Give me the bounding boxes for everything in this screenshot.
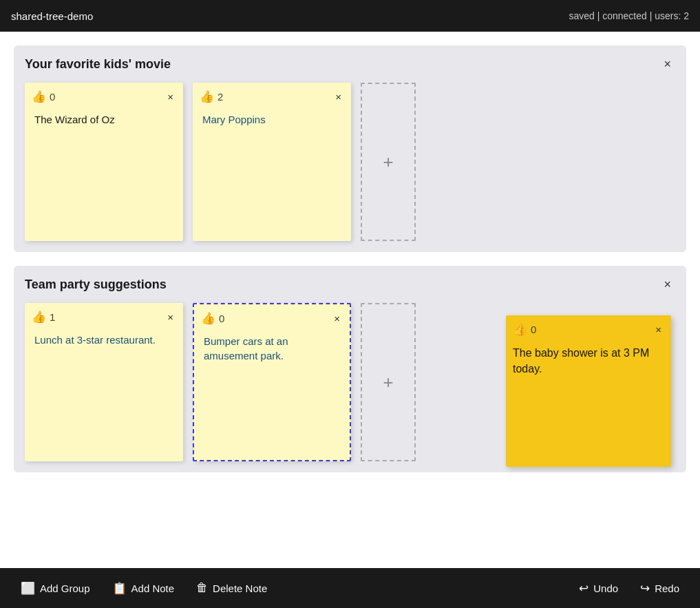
add-group-button[interactable]: ⬜ Add Group xyxy=(17,578,94,598)
add-note-button[interactable]: 📋 Add Note xyxy=(108,578,179,598)
toolbar: ⬜ Add Group 📋 Add Note 🗑 Delete Note ↩ U… xyxy=(0,568,700,608)
add-note-label: Add Note xyxy=(131,583,175,594)
note-mary-poppins[interactable]: 👍 2 × Mary Poppins xyxy=(193,83,351,241)
undo-label: Undo xyxy=(593,583,618,594)
note-lunch[interactable]: 👍 1 × Lunch at 3-star restaurant. xyxy=(25,303,183,461)
delete-note-icon: 🗑 xyxy=(196,581,208,595)
floating-note[interactable]: 👍 0 × The baby shower is at 3 PM today. xyxy=(506,315,671,467)
toolbar-left: ⬜ Add Group 📋 Add Note 🗑 Delete Note xyxy=(17,578,571,598)
group1-title: Your favorite kids' movie xyxy=(25,57,171,72)
note2-header: 👍 2 × xyxy=(200,90,344,104)
thumbs-up-icon: 👍 xyxy=(200,90,214,104)
note1-vote: 👍 0 xyxy=(32,90,55,104)
group-kids-movie: Your favorite kids' movie × 👍 0 × The Wi… xyxy=(14,45,686,252)
add-group-icon: ⬜ xyxy=(21,581,35,596)
group1-close-button[interactable]: × xyxy=(659,56,675,72)
connection-status: saved | connected | users: 2 xyxy=(569,10,689,21)
note4-header: 👍 0 × xyxy=(201,311,343,326)
note3-vote: 👍 1 xyxy=(32,310,55,324)
group2-header: Team party suggestions × xyxy=(25,277,675,292)
floating-note-vote: 👍 0 xyxy=(513,322,536,337)
undo-icon: ↩ xyxy=(579,581,588,596)
group2-title: Team party suggestions xyxy=(25,277,167,292)
note4-vote: 👍 0 xyxy=(201,311,224,326)
note3-vote-count: 1 xyxy=(50,311,55,323)
note-wizard-of-oz[interactable]: 👍 0 × The Wizard of Oz xyxy=(25,83,183,241)
floating-note-text: The baby shower is at 3 PM today. xyxy=(513,345,664,377)
add-card-plus-icon: + xyxy=(383,151,393,173)
group2-add-card[interactable]: + xyxy=(361,303,416,461)
add-group-label: Add Group xyxy=(40,583,90,594)
note1-text: The Wizard of Oz xyxy=(32,111,176,128)
note1-close-button[interactable]: × xyxy=(165,90,176,103)
note4-vote-count: 0 xyxy=(219,313,224,324)
floating-note-close-button[interactable]: × xyxy=(653,323,664,336)
note-bumper-cars[interactable]: 👍 0 × Bumper cars at an amusement park. xyxy=(193,303,351,461)
header: shared-tree-demo saved | connected | use… xyxy=(0,0,700,32)
note2-text: Mary Poppins xyxy=(200,111,344,128)
delete-note-label: Delete Note xyxy=(213,583,267,594)
toolbar-right: ↩ Undo ↪ Redo xyxy=(575,578,683,598)
thumbs-up-icon: 👍 xyxy=(513,322,527,337)
note1-vote-count: 0 xyxy=(50,91,55,103)
redo-label: Redo xyxy=(655,583,679,594)
group1-cards-row: 👍 0 × The Wizard of Oz 👍 2 × Mary Poppin… xyxy=(25,83,675,241)
group2-close-button[interactable]: × xyxy=(659,277,675,292)
note2-close-button[interactable]: × xyxy=(332,90,344,103)
floating-note-header: 👍 0 × xyxy=(513,322,664,337)
undo-button[interactable]: ↩ Undo xyxy=(575,578,622,598)
thumbs-up-icon: 👍 xyxy=(32,310,46,324)
note3-text: Lunch at 3-star restaurant. xyxy=(32,331,176,348)
floating-note-vote-count: 0 xyxy=(531,324,536,335)
redo-button[interactable]: ↪ Redo xyxy=(636,578,683,598)
group1-add-card[interactable]: + xyxy=(361,83,416,241)
delete-note-button[interactable]: 🗑 Delete Note xyxy=(192,578,271,598)
app-title: shared-tree-demo xyxy=(11,10,93,22)
add-note-icon: 📋 xyxy=(112,581,127,596)
thumbs-up-icon: 👍 xyxy=(32,90,46,104)
note4-close-button[interactable]: × xyxy=(331,312,343,325)
note2-vote-count: 2 xyxy=(218,91,223,103)
group1-header: Your favorite kids' movie × xyxy=(25,56,675,72)
note1-header: 👍 0 × xyxy=(32,90,176,104)
redo-icon: ↪ xyxy=(640,581,650,596)
note2-vote: 👍 2 xyxy=(200,90,223,104)
add-card-plus-icon: + xyxy=(383,372,393,393)
thumbs-up-icon: 👍 xyxy=(201,311,215,326)
note3-header: 👍 1 × xyxy=(32,310,176,324)
note4-text: Bumper cars at an amusement park. xyxy=(201,333,343,364)
note3-close-button[interactable]: × xyxy=(165,311,176,324)
